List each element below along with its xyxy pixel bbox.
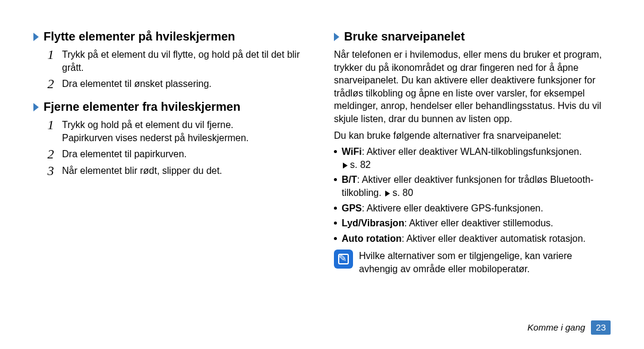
bullet-dot-icon	[334, 178, 337, 181]
bullet-bold: WiFi	[342, 147, 362, 157]
step-number: 1	[45, 119, 56, 132]
section-heading-move: Flytte elementer på hvileskjermen	[33, 29, 310, 45]
bullet-text: B/T: Aktiver eller deaktiver funksjonen …	[342, 173, 611, 199]
step-text: Dra elementet til ønsket plassering.	[62, 77, 212, 91]
step: 1 Trykk på et element du vil flytte, og …	[45, 48, 310, 74]
bullet-bold: GPS	[342, 203, 362, 213]
step-number: 2	[45, 77, 56, 91]
bullet-body: : Aktiver eller deaktiver funksjonen for…	[342, 174, 593, 198]
chevron-right-icon	[33, 33, 39, 41]
bullet-bold: Auto rotation	[342, 233, 401, 244]
bullet-dot-icon	[334, 207, 337, 210]
bullet-text: WiFi: Aktiver eller deaktiver WLAN-tilko…	[342, 145, 582, 171]
bullet-dot-icon	[334, 222, 337, 225]
intro-paragraph: Når telefonen er i hvilemodus, eller men…	[334, 48, 611, 126]
bullet-dot-icon	[334, 237, 337, 240]
section-heading-shortcut: Bruke snarveipanelet	[334, 29, 611, 45]
page-footer: Komme i gang 23	[528, 320, 611, 335]
page-ref: s. 80	[392, 188, 413, 198]
bullet-bold: Lyd/Vibrasjon	[342, 218, 404, 228]
step-text: Trykk på et element du vil flytte, og ho…	[62, 48, 310, 74]
bullet-body: : Aktiver eller deaktiver automatisk rot…	[401, 233, 586, 244]
heading-text: Flytte elementer på hvileskjermen	[44, 29, 235, 45]
note-text: Hvilke alternativer som er tilgjengelige…	[359, 250, 611, 275]
bullet-text: GPS: Aktivere eller deaktivere GPS-funks…	[342, 202, 543, 215]
step: 2 Dra elementet til papirkurven.	[45, 148, 310, 161]
bullet-gps: GPS: Aktivere eller deaktivere GPS-funks…	[334, 202, 611, 215]
bullet-body: : Aktiver eller deaktiver WLAN-tilkoblin…	[362, 147, 582, 157]
heading-text: Fjerne elementer fra hvileskjermen	[44, 99, 240, 115]
step-main: Trykk og hold på et element du vil fjern…	[62, 120, 234, 130]
chevron-right-icon	[334, 33, 339, 41]
bullet-bt: B/T: Aktiver eller deaktiver funksjonen …	[334, 173, 611, 199]
footer-label: Komme i gang	[528, 322, 586, 334]
bullet-body: : Aktiver eller deaktiver stillemodus.	[404, 218, 553, 228]
bullet-dot-icon	[334, 150, 337, 153]
arrow-right-icon	[385, 191, 390, 197]
heading-text: Bruke snarveipanelet	[344, 29, 465, 45]
intro-paragraph: Du kan bruke følgende alternativer fra s…	[334, 129, 611, 142]
page-ref: s. 82	[350, 160, 371, 170]
right-column: Bruke snarveipanelet Når telefonen er i …	[322, 24, 611, 349]
bullet-body: : Aktivere eller deaktivere GPS-funksjon…	[362, 203, 543, 213]
bullet-text: Auto rotation: Aktiver eller deaktiver a…	[342, 232, 586, 245]
left-column: Flytte elementer på hvileskjermen 1 Tryk…	[33, 24, 322, 349]
page-number: 23	[591, 320, 611, 335]
document-page: Flytte elementer på hvileskjermen 1 Tryk…	[0, 0, 644, 349]
step-text: Trykk og hold på et element du vil fjern…	[62, 119, 249, 144]
bullet-sound: Lyd/Vibrasjon: Aktiver eller deaktiver s…	[334, 217, 611, 230]
section-heading-remove: Fjerne elementer fra hvileskjermen	[33, 99, 310, 115]
step-text: Når elementet blir rødt, slipper du det.	[62, 164, 222, 177]
arrow-right-icon	[343, 163, 348, 169]
step-sub: Papirkurven vises nederst på hvileskjerm…	[62, 133, 249, 143]
step-text: Dra elementet til papirkurven.	[62, 148, 187, 161]
bullet-text: Lyd/Vibrasjon: Aktiver eller deaktiver s…	[342, 217, 553, 230]
bullet-autorotation: Auto rotation: Aktiver eller deaktiver a…	[334, 232, 611, 245]
note-icon	[334, 250, 353, 269]
step: 3 Når elementet blir rødt, slipper du de…	[45, 164, 310, 177]
step-number: 1	[45, 48, 56, 61]
step: 1 Trykk og hold på et element du vil fje…	[45, 119, 310, 144]
step: 2 Dra elementet til ønsket plassering.	[45, 77, 310, 91]
note-block: Hvilke alternativer som er tilgjengelige…	[334, 250, 611, 275]
step-number: 3	[45, 164, 56, 177]
bullet-wifi: WiFi: Aktiver eller deaktiver WLAN-tilko…	[334, 145, 611, 171]
bullet-bold: B/T	[342, 174, 357, 185]
step-number: 2	[45, 148, 56, 161]
chevron-right-icon	[33, 103, 39, 111]
